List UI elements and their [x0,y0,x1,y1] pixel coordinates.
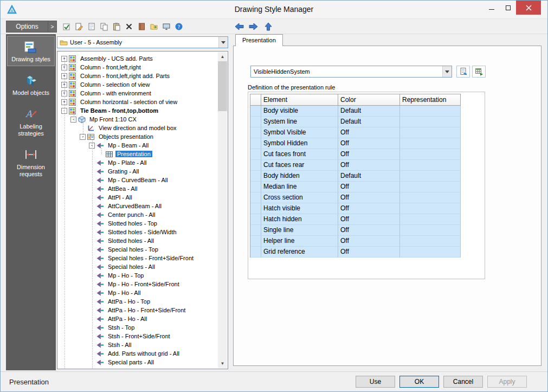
table-cell[interactable] [400,247,461,258]
tree-scrollbar[interactable]: ▲ ▼ [218,52,227,368]
row-selector-cell[interactable] [250,203,261,214]
tree-node[interactable]: -Mp Front 1:10 CX [58,115,218,124]
row-selector-cell[interactable] [250,138,261,149]
tree-node[interactable]: AttBea - All [58,184,218,193]
style-group-combo[interactable]: User - 5 - Assembly [57,36,228,48]
scroll-up-button[interactable]: ▲ [218,52,227,61]
scroll-down-button[interactable]: ▼ [218,359,227,368]
tree-node[interactable]: +Column - selection of view [58,80,218,89]
tree-node[interactable]: Slotted holes - All [58,236,218,245]
table-cell[interactable]: Default [338,117,400,127]
table-cell[interactable] [400,182,461,192]
table-cell[interactable]: Off [338,182,400,192]
row-selector-cell[interactable] [250,236,261,247]
table-cell[interactable]: Cross section [261,192,338,203]
rule-combo-dropdown-button[interactable] [442,66,452,77]
table-cell[interactable]: Off [338,138,400,149]
sidebar-item-labeling-strategies[interactable]: A Labeling strategies [7,103,55,140]
tree-node[interactable]: Special parts - All [58,358,218,367]
tree-node[interactable]: -Mp - Beam - All [58,141,218,150]
forward-icon[interactable] [248,22,259,31]
table-cell[interactable] [400,236,461,247]
table-cell[interactable]: Default [338,171,400,182]
copy-icon[interactable] [99,21,109,31]
tree-node[interactable]: Special holes - Front+Side/Front [58,254,218,262]
tree-node[interactable]: +Column - front,left,right add. Parts [58,72,218,80]
table-cell[interactable]: Cut faces rear [261,160,338,171]
table-cell[interactable]: Off [338,236,400,247]
table-cell[interactable]: Symbol Visible [261,127,338,138]
tree-node[interactable]: View direction and model box [58,124,218,132]
close-button[interactable] [516,1,541,15]
sidebar-item-drawing-styles[interactable]: Drawing styles [7,36,55,66]
tree-node[interactable]: AttPa - Ho - All [58,314,218,323]
tree-node[interactable]: Special holes - All [58,262,218,271]
table-cell[interactable] [400,127,461,138]
tree-node[interactable]: AttPa - Ho - Top [58,297,218,306]
cancel-button[interactable]: Cancel [443,376,483,388]
row-selector-cell[interactable] [250,117,261,127]
export-folder-icon[interactable] [149,21,159,31]
table-cell[interactable]: Cut faces front [261,149,338,160]
tree-node[interactable]: Stsh - Top [58,323,218,332]
tree-node[interactable]: AttPl - All [58,193,218,202]
row-selector-cell[interactable] [250,171,261,182]
row-selector-cell[interactable] [250,182,261,192]
table-cell[interactable]: Body hidden [261,171,338,182]
tab-presentation[interactable]: Presentation [235,34,283,46]
tree-node[interactable]: AttCurvedBeam - All [58,202,218,210]
table-cell[interactable]: Single line [261,225,338,236]
tree-node[interactable]: Mp - CurvedBeam - All [58,176,218,184]
row-selector-cell[interactable] [250,106,261,117]
sidebar-item-model-objects[interactable]: Model objects [7,69,55,100]
tree-node[interactable]: +Assembly - UCS add. Parts [58,54,218,63]
options-expand-button[interactable]: > [48,21,57,33]
tree-node[interactable]: Mp - Ho - All [58,288,218,297]
tree-node[interactable]: AttPa - Ho - Front+Side/Front [58,306,218,314]
back-icon[interactable] [234,22,244,31]
row-selector-cell[interactable] [250,225,261,236]
table-cell[interactable]: Default [338,106,400,117]
row-selector-cell[interactable] [250,192,261,203]
table-cell[interactable]: Body visible [261,106,338,117]
table-cell[interactable] [400,160,461,171]
table-cell[interactable]: Median line [261,182,338,192]
row-selector-cell[interactable] [250,160,261,171]
tree-node[interactable]: Add. Parts without grid - All [58,349,218,358]
table-cell[interactable]: Off [338,149,400,160]
table-cell[interactable] [400,138,461,149]
table-cell[interactable]: Off [338,127,400,138]
row-selector-cell[interactable] [250,149,261,160]
ok-button[interactable]: OK [399,376,439,388]
new-page-icon[interactable] [86,21,96,31]
edit-page-icon[interactable] [74,21,84,31]
delete-icon[interactable] [124,21,134,31]
table-cell[interactable]: System line [261,117,338,127]
up-icon[interactable] [263,22,274,31]
tree-node[interactable]: Weldings - All [58,367,218,368]
table-cell[interactable] [400,214,461,225]
help-icon[interactable]: ? [173,21,184,31]
table-cell[interactable] [400,203,461,214]
table-cell[interactable]: Off [338,247,400,258]
monitor-icon[interactable] [161,21,171,31]
tree-node[interactable]: Grating - All [58,167,218,176]
scroll-thumb[interactable] [218,61,227,111]
options-button[interactable]: Options [6,21,48,33]
sidebar-item-dimension-requests[interactable]: Dimension requests [7,144,55,181]
table-cell[interactable]: Off [338,225,400,236]
rule-combo[interactable]: VisibleHiddenSystem [250,66,452,78]
tree-node[interactable]: Stsh - Front+Side/Front [58,332,218,340]
tree-node[interactable]: +Column - with environment [58,89,218,98]
tree-node[interactable]: -Tie Beam - front,top,bottom [58,106,218,115]
combo-dropdown-button[interactable] [218,37,228,48]
table-cell[interactable] [400,106,461,117]
use-button[interactable]: Use [356,376,395,388]
tree-node[interactable]: +Column - front,left,right [58,63,218,72]
table-cell[interactable]: Helper line [261,236,338,247]
checkbox-icon[interactable] [61,21,72,31]
binder-icon[interactable] [136,21,146,31]
paste-icon[interactable] [111,21,121,31]
row-selector-cell[interactable] [250,127,261,138]
tree-node[interactable]: Slotted holes - Top [58,219,218,228]
